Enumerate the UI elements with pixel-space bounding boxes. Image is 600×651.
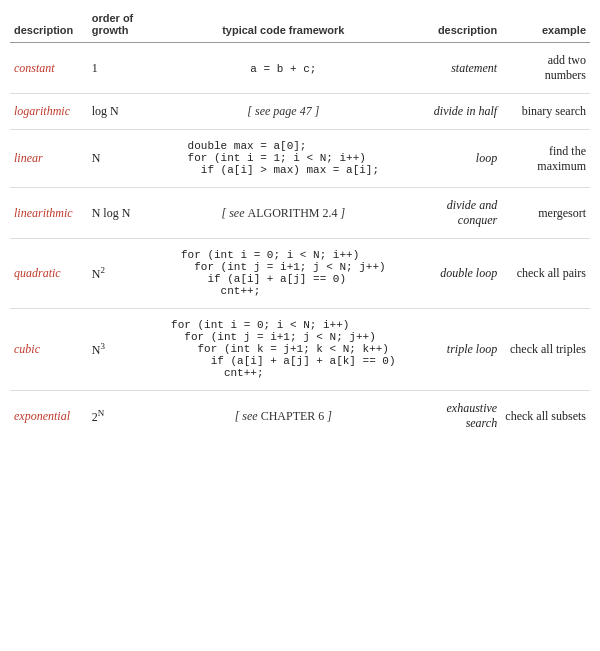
header-description: description <box>10 8 88 43</box>
row-desc2-linearithmic: divide and conquer <box>412 188 501 239</box>
row-example-cubic: check all triples <box>501 309 590 391</box>
header-row: description order of growth typical code… <box>10 8 590 43</box>
row-code-logarithmic: [ see page 47 ] <box>154 94 412 130</box>
row-desc2-logarithmic: divide in half <box>412 94 501 130</box>
row-example-logarithmic: binary search <box>501 94 590 130</box>
row-desc2-exponential: exhaustive search <box>412 391 501 442</box>
row-desc2-quadratic: double loop <box>412 239 501 309</box>
row-code-exponential: [ see CHAPTER 6 ] <box>154 391 412 442</box>
row-code-quadratic: for (int i = 0; i < N; i++) for (int j =… <box>154 239 412 309</box>
row-code-cubic: for (int i = 0; i < N; i++) for (int j =… <box>154 309 412 391</box>
row-order-quadratic: N2 <box>88 239 155 309</box>
row-example-linearithmic: mergesort <box>501 188 590 239</box>
row-example-quadratic: check all pairs <box>501 239 590 309</box>
table-body: constant1a = b + c;statementadd two numb… <box>10 43 590 442</box>
table-row: cubicN3for (int i = 0; i < N; i++) for (… <box>10 309 590 391</box>
row-code-linear: double max = a[0]; for (int i = 1; i < N… <box>154 130 412 188</box>
row-code-constant: a = b + c; <box>154 43 412 94</box>
row-order-linearithmic: N log N <box>88 188 155 239</box>
row-description-exponential: exponential <box>10 391 88 442</box>
row-description-linearithmic: linearithmic <box>10 188 88 239</box>
header-typical-code: typical code framework <box>154 8 412 43</box>
row-order-logarithmic: log N <box>88 94 155 130</box>
table-row: linearNdouble max = a[0]; for (int i = 1… <box>10 130 590 188</box>
table-row: quadraticN2for (int i = 0; i < N; i++) f… <box>10 239 590 309</box>
row-example-constant: add two numbers <box>501 43 590 94</box>
row-example-exponential: check all subsets <box>501 391 590 442</box>
table-row: logarithmiclog N[ see page 47 ]divide in… <box>10 94 590 130</box>
row-description-cubic: cubic <box>10 309 88 391</box>
complexity-table: description order of growth typical code… <box>10 8 590 441</box>
row-desc2-constant: statement <box>412 43 501 94</box>
row-order-linear: N <box>88 130 155 188</box>
row-description-quadratic: quadratic <box>10 239 88 309</box>
table-row: exponential2N[ see CHAPTER 6 ]exhaustive… <box>10 391 590 442</box>
table-row: linearithmicN log N[ see ALGORITHM 2.4 ]… <box>10 188 590 239</box>
row-order-exponential: 2N <box>88 391 155 442</box>
row-order-cubic: N3 <box>88 309 155 391</box>
row-desc2-cubic: triple loop <box>412 309 501 391</box>
table-row: constant1a = b + c;statementadd two numb… <box>10 43 590 94</box>
row-description-linear: linear <box>10 130 88 188</box>
row-description-constant: constant <box>10 43 88 94</box>
main-container: description order of growth typical code… <box>0 0 600 451</box>
header-description2: description <box>412 8 501 43</box>
row-code-linearithmic: [ see ALGORITHM 2.4 ] <box>154 188 412 239</box>
row-order-constant: 1 <box>88 43 155 94</box>
header-example: example <box>501 8 590 43</box>
header-order-of-growth: order of growth <box>88 8 155 43</box>
row-example-linear: find the maximum <box>501 130 590 188</box>
row-description-logarithmic: logarithmic <box>10 94 88 130</box>
row-desc2-linear: loop <box>412 130 501 188</box>
